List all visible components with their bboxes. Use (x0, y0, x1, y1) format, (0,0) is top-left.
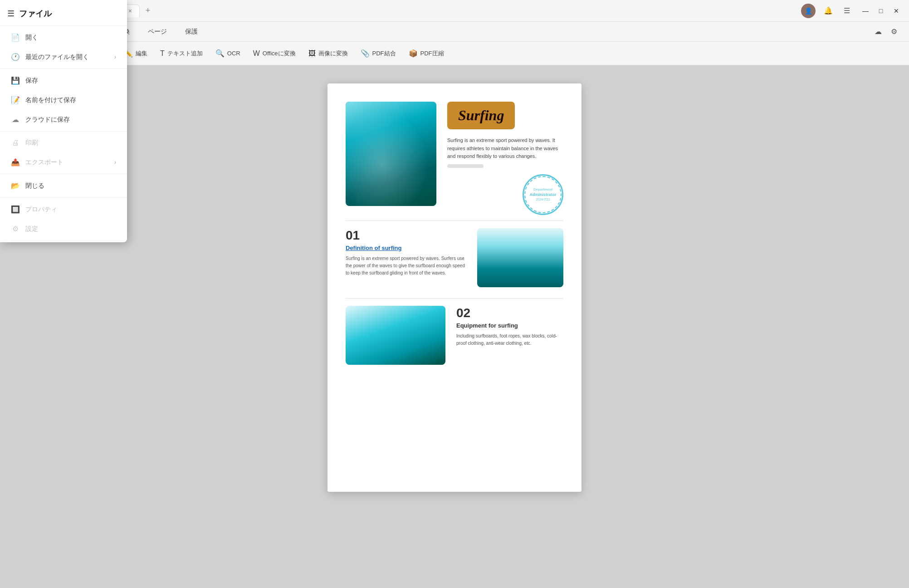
to-office-button[interactable]: W Officeに変換 (248, 47, 301, 60)
file-menu-sep-3 (0, 131, 127, 132)
pdf-merge-label: PDF結合 (372, 49, 396, 58)
recent-files-icon: 🕐 (11, 53, 20, 61)
to-office-label: Officeに変換 (263, 49, 296, 58)
menu-bar: ホーム 注釈 編集 変換 ページ 保護 ☁ ⚙ (0, 22, 909, 42)
menu-protect[interactable]: 保護 (176, 24, 207, 39)
add-text-icon: T (160, 49, 165, 58)
tab-close-button[interactable]: × (128, 8, 132, 14)
window-buttons: — □ ✕ (858, 5, 904, 17)
settings-gear-icon: ⚙ (11, 225, 20, 233)
pdf-separator-1 (346, 220, 563, 221)
settings-button[interactable]: ⚙ (888, 25, 900, 38)
file-menu-print: 🖨 印刷 (2, 133, 125, 152)
file-menu-sep-2 (0, 69, 127, 69)
file-menu-sep-1 (0, 25, 127, 26)
ocr-button[interactable]: 🔍 OCR (210, 46, 246, 60)
properties-label: プロパティ (25, 206, 57, 214)
surfing-badge: Surfing (447, 102, 515, 129)
stamp-dept: Department (533, 187, 552, 192)
pdf-merge-icon: 📎 (361, 49, 370, 58)
title-bar-right: 👤 🔔 ☰ — □ ✕ (801, 4, 904, 18)
stamp-date: 2024/7/22 (536, 197, 550, 201)
export-icon: 📤 (11, 158, 20, 167)
pdf-section-bottom: 02 Equipment for surfing Including surfb… (346, 306, 563, 365)
stamp: Department Administrator 2024/7/22 (523, 174, 563, 215)
to-image-icon: 🖼 (308, 49, 316, 58)
cloud-save-icon: ☁ (11, 115, 20, 124)
file-menu-save-cloud[interactable]: ☁ クラウドに保存 (2, 110, 125, 129)
main-content: Surfing Surfing is an extreme sport powe… (0, 65, 909, 588)
settings-label: 設定 (25, 225, 38, 233)
to-image-label: 画像に変換 (318, 49, 348, 58)
file-menu-sep-4 (0, 174, 127, 174)
menu-page[interactable]: ページ (139, 24, 176, 39)
avatar: 👤 (801, 4, 816, 18)
section-1-text: 01 Definition of surfing Surfing is an e… (346, 228, 466, 277)
file-menu-sep-5 (0, 197, 127, 198)
to-image-button[interactable]: 🖼 画像に変換 (303, 47, 353, 60)
recent-arrow-icon: › (114, 54, 116, 60)
file-menu-close[interactable]: 📂 閉じる (2, 176, 125, 196)
maximize-button[interactable]: □ (874, 5, 888, 17)
open-file-icon: 📄 (11, 33, 20, 42)
file-menu-header: ☰ ファイル (0, 4, 127, 24)
new-tab-button[interactable]: + (142, 5, 154, 17)
save-as-icon: 📝 (11, 96, 20, 104)
surfing-description: Surfing is an extreme sport powered by w… (447, 137, 563, 161)
ocr-label: OCR (227, 50, 240, 57)
file-menu-recent[interactable]: 🕐 最近のファイルを開く › (2, 47, 125, 67)
add-text-label: テキスト追加 (167, 49, 203, 58)
section-2-text: 02 Equipment for surfing Including surfb… (456, 306, 563, 347)
surf-image-3 (346, 306, 445, 365)
add-text-button[interactable]: T テキスト追加 (155, 47, 208, 60)
file-menu-properties: 🔲 プロパティ (2, 200, 125, 219)
stamp-title: Administrator (529, 192, 556, 198)
surf-board-image (477, 228, 563, 287)
close-button[interactable]: ✕ (889, 5, 904, 17)
file-menu-export: 📤 エクスポート › (2, 152, 125, 172)
surf-wave-2-image (346, 306, 445, 365)
recent-files-label: 最近のファイルを開く (25, 53, 89, 61)
file-menu-title: ファイル (19, 8, 52, 19)
file-menu-settings: ⚙ 設定 (2, 219, 125, 239)
pdf-section-mid: 01 Definition of surfing Surfing is an e… (346, 228, 563, 287)
placeholder-bar (447, 164, 484, 168)
ocr-icon: 🔍 (215, 49, 225, 58)
close-file-label: 閉じる (25, 182, 44, 190)
file-menu-open[interactable]: 📄 開く (2, 28, 125, 47)
to-office-icon: W (253, 49, 260, 58)
cloud-button[interactable]: ☁ (872, 25, 885, 38)
toolbar: ⊖ ⊕ ↖ 🎯 ステッカー ✏️ 編集 T テキスト追加 🔍 OCR W Off… (0, 42, 909, 65)
save-label: 保存 (25, 77, 38, 85)
pdf-merge-button[interactable]: 📎 PDF結合 (355, 46, 401, 60)
export-arrow-icon: › (114, 159, 116, 166)
section-2-title: Equipment for surfing (456, 322, 563, 329)
hamburger-button[interactable]: ☰ (841, 5, 853, 17)
minimize-button[interactable]: — (858, 5, 873, 17)
surf-wave-image (346, 102, 436, 206)
save-as-label: 名前を付けて保存 (25, 96, 76, 104)
stamp-inner: Department Administrator 2024/7/22 (524, 176, 562, 213)
file-menu-save[interactable]: 💾 保存 (2, 71, 125, 90)
section-1-content: Surfing is an extreme sport powered by w… (346, 255, 466, 277)
section-1-number: 01 (346, 228, 466, 243)
cloud-save-label: クラウドに保存 (25, 116, 70, 124)
title-bar: P 💾 ↩ ↪ ▾ Sample.pdf × + 👤 🔔 ☰ — □ ✕ (0, 0, 909, 22)
bell-button[interactable]: 🔔 (821, 5, 836, 17)
surf-image-2 (477, 228, 563, 287)
surfing-title: Surfing (458, 107, 504, 124)
properties-icon: 🔲 (11, 205, 20, 214)
file-menu-panel: ☰ ファイル 📄 開く 🕐 最近のファイルを開く › 💾 保存 📝 名前を付けて… (0, 0, 127, 242)
edit-label: 編集 (136, 49, 147, 58)
close-file-icon: 📂 (11, 181, 20, 190)
file-menu-hamburger-icon: ☰ (7, 9, 15, 19)
section-2-content: Including surfboards, foot ropes, wax bl… (456, 333, 563, 347)
section-1-title[interactable]: Definition of surfing (346, 245, 466, 251)
pdf-compress-icon: 📦 (409, 49, 418, 58)
print-icon: 🖨 (11, 139, 20, 147)
file-menu-save-as[interactable]: 📝 名前を付けて保存 (2, 90, 125, 110)
open-file-label: 開く (25, 34, 38, 42)
pdf-compress-button[interactable]: 📦 PDF圧縮 (403, 46, 450, 60)
pdf-compress-label: PDF圧縮 (420, 49, 444, 58)
pdf-separator-2 (346, 298, 563, 299)
